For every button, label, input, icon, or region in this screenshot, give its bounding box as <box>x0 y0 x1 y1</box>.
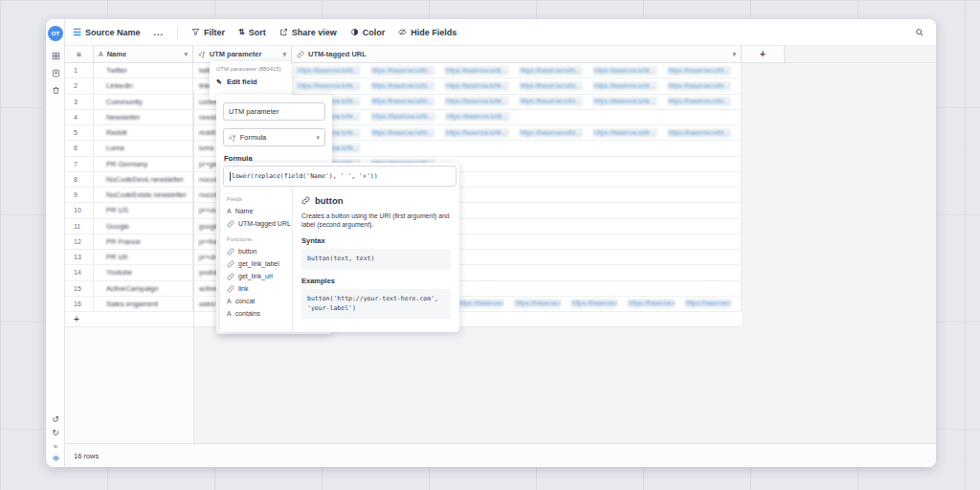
function-item-link[interactable]: link <box>227 282 292 295</box>
table-row[interactable]: 2Linkedinlinkedinhttps://baserow.io/bl..… <box>65 78 742 94</box>
redo-icon[interactable]: ↻ <box>46 426 65 439</box>
name-cell[interactable]: Google <box>94 219 193 234</box>
url-link[interactable]: https://baserow.io/bl... <box>296 66 361 76</box>
url-link[interactable]: https://baserow.io/bl... <box>667 128 732 138</box>
row-select-header[interactable]: ≣ <box>65 46 94 63</box>
url-link[interactable]: https://baserow.io/bl... <box>519 81 584 91</box>
utm-tagged-url-cell[interactable]: https://baserow.io/bl...https://baserow.… <box>292 110 742 124</box>
sort-button[interactable]: ⇅ Sort <box>238 28 266 37</box>
function-item-button[interactable]: button <box>227 245 292 257</box>
table-row[interactable]: 5Redditreddithttps://baserow.io/bl...htt… <box>65 125 742 141</box>
color-button[interactable]: Color <box>350 28 386 37</box>
undo-icon[interactable]: ↺ <box>46 412 65 426</box>
function-item-concat[interactable]: Aconcat <box>227 295 292 307</box>
url-link[interactable]: https://baserow.io/bl... <box>667 97 732 106</box>
url-link[interactable]: https://baserow.io/bl... <box>592 128 657 138</box>
field-type-dropdown[interactable]: √ƒ Formula ▾ <box>223 128 325 146</box>
url-link[interactable]: https://baserow.io/bl... <box>627 299 674 308</box>
name-cell[interactable]: Newsletter <box>94 110 193 124</box>
url-link[interactable]: https://baserow.io/bl... <box>444 128 509 138</box>
row-number-cell[interactable]: 1 <box>65 63 94 78</box>
url-link[interactable]: https://baserow.io/bl... <box>444 81 509 91</box>
row-number-cell[interactable]: 10 <box>65 203 94 217</box>
row-number-cell[interactable]: 6 <box>65 141 94 155</box>
avatar[interactable]: OT <box>48 26 63 41</box>
field-name-input[interactable] <box>223 102 325 121</box>
row-number-cell[interactable]: 11 <box>65 219 94 234</box>
function-item-get-link-url[interactable]: get_link_url <box>227 270 292 282</box>
url-link[interactable]: https://baserow.io/bl... <box>667 66 732 76</box>
row-number-cell[interactable]: 5 <box>65 125 94 140</box>
add-field-button[interactable]: + <box>742 46 785 63</box>
url-link[interactable]: https://baserow.io/bl... <box>444 97 509 106</box>
name-cell[interactable]: PR France <box>94 234 193 249</box>
chevron-down-icon[interactable]: ▾ <box>282 51 286 58</box>
name-cell[interactable]: Luma <box>94 141 193 155</box>
row-number-cell[interactable]: 8 <box>65 172 94 187</box>
url-link[interactable]: https://baserow.io/bl... <box>592 81 657 91</box>
row-number-cell[interactable]: 16 <box>65 297 94 311</box>
hide-fields-button[interactable]: Hide Fields <box>398 28 457 37</box>
row-number-cell[interactable]: 9 <box>65 188 94 202</box>
url-link[interactable]: https://baserow.io/bl... <box>592 66 657 76</box>
url-link[interactable]: https://baserow.io/bl... <box>444 66 509 76</box>
row-number-cell[interactable]: 4 <box>65 110 94 124</box>
row-number-cell[interactable]: 7 <box>65 157 94 171</box>
url-link[interactable]: https://baserow.io/bl... <box>684 299 731 308</box>
url-link[interactable]: https://baserow.io/bl... <box>370 81 435 91</box>
url-link[interactable]: https://baserow.io/bl... <box>296 81 361 91</box>
field-item-utm-tagged-url[interactable]: UTM-tagged URL <box>227 217 292 230</box>
edit-field-menu-item[interactable]: ✎ Edit field <box>216 78 285 86</box>
share-view-button[interactable]: Share view <box>279 28 337 37</box>
function-item-contains[interactable]: Acontains <box>227 307 292 320</box>
name-cell[interactable]: Community <box>94 95 193 109</box>
name-cell[interactable]: Reddit <box>94 125 193 140</box>
table-row[interactable]: 6Lumalumahttps://baserow.io/bl... <box>65 141 742 156</box>
name-cell[interactable]: Linkedin <box>94 78 193 93</box>
table-row[interactable]: 4Newsletternewsletterhttps://baserow.io/… <box>65 110 742 125</box>
url-link[interactable]: https://baserow.io/bl... <box>370 128 435 138</box>
field-item-name[interactable]: AName <box>227 205 292 217</box>
column-header-name[interactable]: A Name ▾ <box>94 46 193 63</box>
utm-tagged-url-cell[interactable]: https://baserow.io/bl...https://baserow.… <box>292 95 742 109</box>
utm-tagged-url-cell[interactable]: https://baserow.io/bl...https://baserow.… <box>292 78 742 93</box>
url-link[interactable]: https://baserow.io/bl... <box>370 66 435 76</box>
function-item-get-link-label[interactable]: get_link_label <box>227 257 292 270</box>
url-link[interactable]: https://baserow.io/bl... <box>667 81 732 91</box>
url-link[interactable]: https://baserow.io/bl... <box>570 299 617 308</box>
row-number-cell[interactable]: 12 <box>65 234 94 249</box>
expand-sidebar-icon[interactable]: » <box>46 439 65 453</box>
column-header-utm-tagged-url[interactable]: UTM-tagged URL ▾ <box>292 46 742 63</box>
premium-badge-icon[interactable] <box>46 452 65 465</box>
name-cell[interactable]: PR Germany <box>94 157 193 171</box>
row-number-cell[interactable]: 3 <box>65 95 94 109</box>
url-link[interactable]: https://baserow.io/bl... <box>445 112 510 122</box>
url-link[interactable]: https://baserow.io/bl... <box>513 299 560 308</box>
name-cell[interactable]: NoCodeDevs newsletter <box>94 172 193 187</box>
url-link[interactable]: https://baserow.io/bl... <box>519 66 584 76</box>
url-link[interactable]: https://baserow.io/bl... <box>370 97 435 106</box>
utm-tagged-url-cell[interactable]: https://baserow.io/bl...https://baserow.… <box>292 125 742 140</box>
view-options-button[interactable]: ... <box>154 28 165 37</box>
table-row[interactable]: 3Communitycommunityhttps://baserow.io/bl… <box>65 95 742 110</box>
chevron-down-icon[interactable]: ▾ <box>184 51 188 58</box>
name-cell[interactable]: PR US <box>94 203 193 217</box>
name-cell[interactable]: Youtube <box>94 265 193 279</box>
filter-button[interactable]: Filter <box>191 28 225 37</box>
url-link[interactable]: https://baserow.io/bl... <box>457 299 503 308</box>
name-cell[interactable]: PR UK <box>94 250 193 264</box>
url-link[interactable]: https://baserow.io/bl... <box>370 112 435 122</box>
trash-icon[interactable] <box>46 83 65 97</box>
search-button[interactable] <box>915 28 924 37</box>
view-switcher[interactable]: ☰ Source Name <box>73 28 141 37</box>
table-row[interactable]: 1Twittertwitterhttps://baserow.io/bl...h… <box>65 63 742 78</box>
row-number-cell[interactable]: 2 <box>65 78 94 93</box>
name-cell[interactable]: NoCodeExists newsletter <box>94 188 193 202</box>
chevron-down-icon[interactable]: ▾ <box>732 51 736 58</box>
name-cell[interactable]: ActiveCampaign <box>94 281 193 296</box>
url-link[interactable]: https://baserow.io/bl... <box>519 128 584 138</box>
row-number-cell[interactable]: 14 <box>65 265 94 279</box>
utm-tagged-url-cell[interactable]: https://baserow.io/bl... <box>292 141 742 155</box>
url-link[interactable]: https://baserow.io/bl... <box>519 97 584 106</box>
url-link[interactable]: https://baserow.io/bl... <box>592 97 657 106</box>
